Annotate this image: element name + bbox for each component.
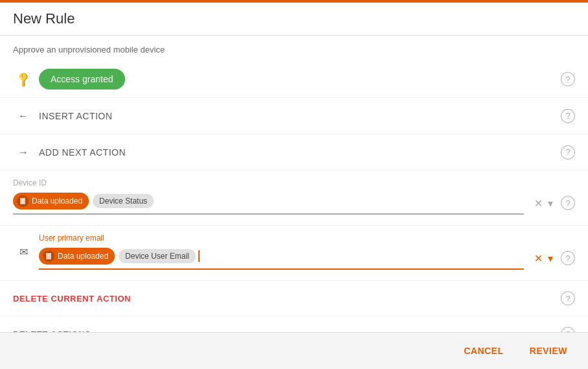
access-granted-row: 🔑 Access granted ?	[0, 61, 588, 98]
subtitle-row: Approve an unprovisioned mobile device	[0, 36, 588, 61]
add-next-action-help-icon[interactable]: ?	[561, 145, 575, 160]
access-granted-badge: Access granted	[39, 69, 125, 89]
user-email-tag-badge: Data uploaded	[39, 248, 115, 265]
user-email-clear-button[interactable]: ✕	[532, 250, 545, 267]
text-cursor	[198, 250, 200, 262]
device-id-clear-button[interactable]: ✕	[532, 195, 545, 212]
page-title: New Rule	[13, 10, 75, 27]
user-email-section: ✉ User primary email	[0, 226, 588, 281]
access-granted-help-icon[interactable]: ?	[561, 72, 575, 86]
user-email-tag-value: Device User Email	[119, 249, 196, 263]
device-id-tag-value: Device Status	[93, 194, 154, 208]
key-icon-wrapper: 🔑	[13, 73, 34, 86]
device-id-field-row: Data uploaded Device Status ✕ ▾ ?	[13, 191, 575, 215]
device-id-input-area[interactable]: Data uploaded Device Status	[13, 191, 524, 215]
user-email-input-area[interactable]: Data uploaded Device User Email	[39, 246, 524, 270]
insert-action-row[interactable]: ← INSERT ACTION ?	[0, 98, 588, 134]
access-granted-content: Access granted	[39, 69, 561, 89]
device-id-dropdown-button[interactable]: ▾	[545, 195, 556, 212]
arrow-left-icon: ←	[18, 110, 29, 122]
device-id-tag-icon	[17, 195, 29, 207]
delete-current-action-help-icon[interactable]: ?	[561, 291, 575, 305]
cancel-button[interactable]: CANCEL	[456, 340, 511, 361]
page-header: New Rule	[0, 3, 588, 36]
user-email-dropdown-button[interactable]: ▾	[545, 250, 556, 267]
review-button[interactable]: REVIEW	[522, 340, 575, 361]
user-email-field-row: Data uploaded Device User Email ✕ ▾ ?	[39, 246, 575, 270]
user-email-badge-label: Data uploaded	[58, 252, 108, 261]
delete-actions-row[interactable]: DELETE ACTIONS ?	[0, 316, 588, 332]
device-id-help-icon[interactable]: ?	[561, 196, 575, 210]
arrow-left-icon-wrapper: ←	[13, 110, 34, 122]
insert-action-label: INSERT ACTION	[39, 111, 112, 121]
user-email-help-icon[interactable]: ?	[561, 251, 575, 265]
key-icon: 🔑	[14, 70, 32, 88]
user-email-label: User primary email	[39, 233, 575, 243]
delete-actions-help-icon[interactable]: ?	[561, 327, 575, 332]
user-email-tag-icon	[43, 250, 54, 262]
insert-action-help-icon[interactable]: ?	[561, 109, 575, 123]
arrow-right-icon-wrapper: →	[13, 147, 34, 158]
insert-action-content: INSERT ACTION	[39, 111, 561, 121]
device-id-section: Device ID Data uploaded	[0, 171, 588, 226]
device-id-tag-badge: Data uploaded	[13, 193, 89, 209]
arrow-right-icon: →	[18, 147, 29, 158]
delete-actions-label: DELETE ACTIONS	[13, 329, 91, 333]
delete-current-action-row[interactable]: DELETE CURRENT ACTION ?	[0, 281, 588, 316]
add-next-action-label: ADD NEXT ACTION	[39, 147, 126, 158]
main-container: Approve an unprovisioned mobile device 🔑…	[0, 36, 588, 332]
user-email-field-actions: ✕ ▾	[532, 250, 556, 267]
add-next-action-content: ADD NEXT ACTION	[39, 147, 561, 158]
delete-current-action-label: DELETE CURRENT ACTION	[13, 294, 131, 304]
device-id-label: Device ID	[13, 178, 575, 187]
envelope-icon: ✉	[19, 246, 28, 258]
device-id-badge-label: Data uploaded	[32, 196, 82, 206]
add-next-action-row[interactable]: → ADD NEXT ACTION ?	[0, 134, 588, 171]
content-area[interactable]: Approve an unprovisioned mobile device 🔑…	[0, 36, 588, 332]
footer: CANCEL REVIEW	[0, 332, 588, 369]
device-id-field-actions: ✕ ▾	[532, 195, 556, 212]
subtitle-text: Approve an unprovisioned mobile device	[13, 45, 165, 54]
